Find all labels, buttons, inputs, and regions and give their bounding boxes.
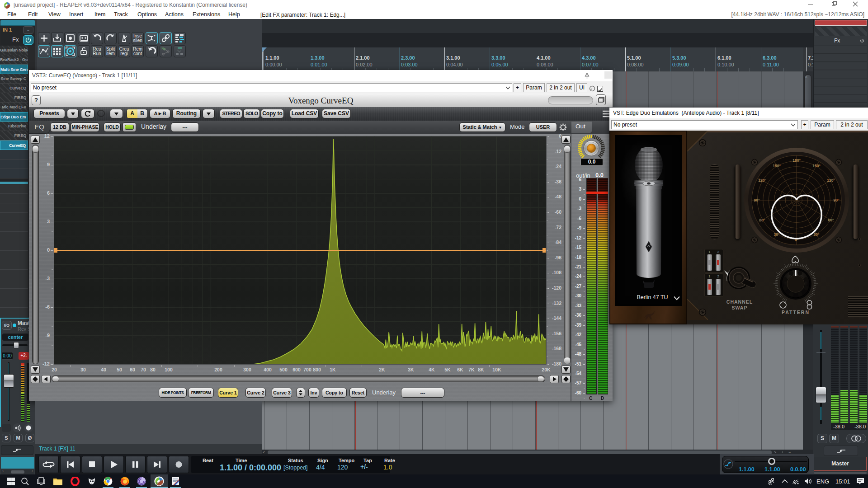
svg-text:120°: 120° <box>827 178 835 183</box>
svg-text:90°: 90° <box>834 198 840 202</box>
svg-text:30°: 30° <box>774 232 780 237</box>
svg-text:180°: 180° <box>793 158 801 163</box>
svg-text:60°: 60° <box>760 218 765 222</box>
svg-text:150°: 150° <box>812 164 821 168</box>
svg-text:60°: 60° <box>828 218 834 222</box>
svg-text:120°: 120° <box>758 178 766 183</box>
svg-text:90°: 90° <box>754 198 760 202</box>
svg-text:150°: 150° <box>773 164 781 168</box>
svg-text:30°: 30° <box>814 232 820 237</box>
